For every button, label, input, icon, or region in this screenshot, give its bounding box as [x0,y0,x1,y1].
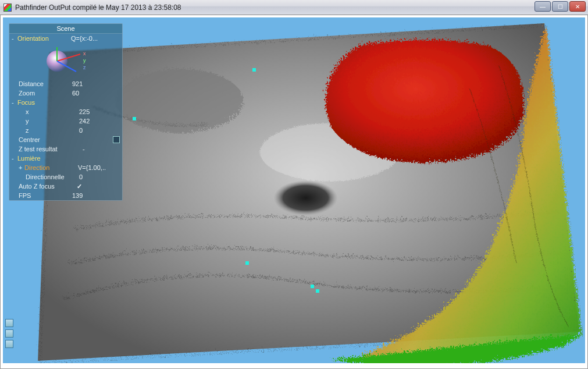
window-titlebar: Pathfinder OutPut compilé le May 17 2013… [0,0,588,15]
zoom-label: Zoom [19,90,72,97]
svg-point-2 [113,67,241,131]
zoom-row[interactable]: Zoom 60 [9,88,122,98]
focus-z-label: z [26,127,79,134]
focus-x-label: x [26,108,79,115]
corner-toolbar [5,319,13,348]
tool-icon-3[interactable] [5,340,13,348]
fps-label: FPS [19,192,72,199]
light-directional-row[interactable]: Directionnelle 0 [9,172,122,182]
center-row[interactable]: Centrer [9,135,122,144]
marker-point[interactable] [252,68,256,72]
orientation-header[interactable]: - Orientation Q={x:-0... [9,34,122,43]
app-icon [3,3,12,12]
axis-z-label: z [83,65,86,70]
client-area: Scene - Orientation Q={x:-0... [0,15,588,369]
marker-point[interactable] [311,285,314,288]
focus-y-label: y [26,118,79,125]
collapse-icon[interactable]: - [12,35,17,42]
center-checkbox[interactable] [113,136,120,143]
axis-y-label: y [83,58,86,63]
window-buttons: — ☐ ✕ [534,1,586,12]
tool-icon-1[interactable] [5,319,13,327]
orientation-label: Orientation [17,35,71,42]
window-title: Pathfinder OutPut compilé le May 17 2013… [15,3,181,12]
expand-icon[interactable]: + [19,164,24,171]
autoz-label: Auto Z focus [19,183,77,190]
viewport-3d[interactable]: Scene - Orientation Q={x:-0... [3,17,585,363]
ztest-value: - [83,146,120,152]
focus-z-value: 0 [79,127,120,134]
autoz-row[interactable]: Auto Z focus ✓ [9,182,122,191]
scene-panel[interactable]: Scene - Orientation Q={x:-0... [9,23,123,201]
center-label: Centrer [19,136,72,143]
light-direction-row[interactable]: + Direction V={1.00,.. [9,163,122,172]
focus-y-value: 242 [79,118,120,125]
marker-point[interactable] [133,117,136,120]
light-direction-value: V={1.00,.. [78,164,120,171]
minimize-button[interactable]: — [534,1,551,12]
light-header[interactable]: - Lumière [9,154,122,163]
light-directional-value: 0 [79,173,120,180]
zoom-value: 60 [72,90,120,97]
focus-x-value: 225 [79,108,120,115]
collapse-icon[interactable]: - [12,99,17,106]
focus-x-row[interactable]: x 225 [9,107,122,116]
focus-header[interactable]: - Focus [9,98,122,107]
autoz-value: ✓ [77,183,120,190]
focus-y-row[interactable]: y 242 [9,116,122,126]
light-directional-label: Directionnelle [26,173,79,180]
distance-row[interactable]: Distance 921 [9,79,122,88]
fps-row: FPS 139 [9,191,122,200]
collapse-icon[interactable]: - [12,155,17,162]
distance-label: Distance [19,80,72,87]
ztest-row[interactable]: Z test resultat - [9,144,122,154]
fps-value: 139 [72,192,120,199]
svg-point-3 [273,180,337,215]
maximize-button[interactable]: ☐ [552,1,568,12]
orientation-value: Q={x:-0... [71,35,120,42]
ztest-label: Z test resultat [19,146,83,152]
orientation-gizmo[interactable]: x y z [9,43,122,79]
axis-x-label: x [83,51,86,56]
focus-z-row[interactable]: z 0 [9,126,122,135]
panel-title: Scene [9,24,122,34]
close-button[interactable]: ✕ [569,1,586,12]
light-label: Lumière [17,155,71,162]
distance-value: 921 [72,80,120,87]
focus-label: Focus [17,99,71,106]
light-direction-label: Direction [24,164,78,171]
marker-point[interactable] [245,261,249,265]
tool-icon-2[interactable] [5,329,13,338]
marker-point[interactable] [316,289,319,293]
